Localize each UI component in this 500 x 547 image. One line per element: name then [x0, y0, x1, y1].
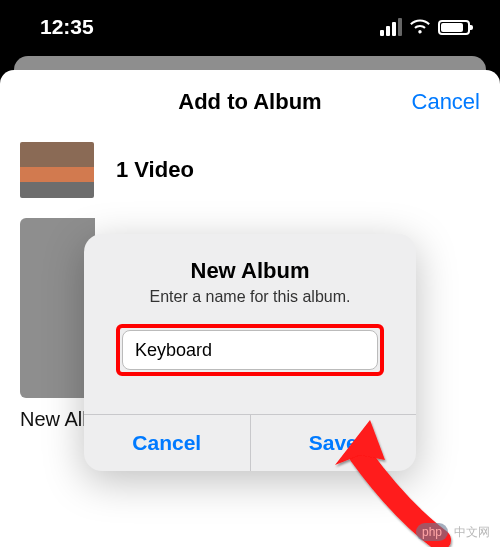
- video-count-label: 1 Video: [116, 157, 194, 183]
- sheet-header: Add to Album Cancel: [0, 70, 500, 134]
- status-icons: [380, 18, 470, 36]
- watermark-text: 中文网: [454, 524, 490, 541]
- watermark: php 中文网: [416, 523, 490, 541]
- video-thumbnail: [20, 142, 94, 198]
- watermark-badge: php: [416, 523, 448, 541]
- status-time: 12:35: [40, 15, 94, 39]
- wifi-icon: [409, 19, 431, 35]
- album-tile-placeholder[interactable]: [20, 218, 95, 398]
- cancel-button[interactable]: Cancel: [412, 89, 480, 115]
- new-album-button[interactable]: New Album...: [20, 408, 480, 431]
- selected-media-row: 1 Video: [20, 142, 480, 198]
- cellular-signal-icon: [380, 18, 402, 36]
- add-to-album-sheet: Add to Album Cancel 1 Video New Album...: [0, 70, 500, 547]
- battery-icon: [438, 20, 470, 35]
- status-bar: 12:35: [0, 0, 500, 54]
